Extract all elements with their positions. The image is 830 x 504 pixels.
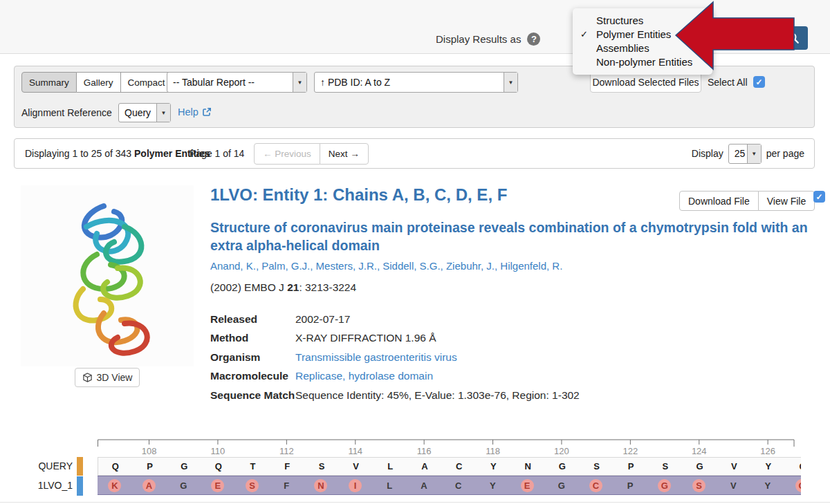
residue: Y [751, 458, 786, 475]
file-buttons: Download File View File [679, 191, 815, 211]
sequence-row-QUERY: QPGQTFSVLACYNGSPSGVYQ [98, 457, 801, 476]
menu-item-non-polymer-entities[interactable]: Non-polymer Entities [573, 55, 712, 69]
residue: A [407, 458, 442, 475]
mismatch-residue: E [211, 479, 224, 492]
results-summary: Displaying 1 to 25 of 343 Polymer Entiti… [25, 139, 210, 168]
svg-text:118: 118 [486, 446, 500, 456]
select-arrow-icon: ▼ [293, 73, 306, 92]
tab-compact[interactable]: Compact [121, 72, 173, 93]
tabular-report-select[interactable]: -- Tabular Report -- ▼ [167, 72, 307, 93]
sort-value: ↑ PDB ID: A to Z [315, 77, 504, 88]
tab-gallery[interactable]: Gallery [77, 72, 121, 93]
alignment-reference-select[interactable]: Query ▼ [118, 103, 171, 122]
meta-value: 2002-07-17 [295, 313, 350, 326]
residue: L [373, 476, 407, 494]
residue: Q [786, 458, 801, 475]
meta-row: MethodX-RAY DIFFRACTION 1.96 Å [210, 329, 580, 348]
residue: G [785, 476, 801, 494]
residue: S [235, 476, 270, 494]
residue: F [270, 458, 304, 475]
download-selected-button[interactable]: Download Selected Files [590, 72, 701, 93]
view-tabs: SummaryGalleryCompact [21, 72, 173, 93]
meta-label: Organism [210, 351, 295, 364]
meta-table: Released2002-07-17MethodX-RAY DIFFRACTIO… [210, 310, 580, 405]
residue: C [579, 476, 614, 494]
alignment-label-0: QUERY [28, 457, 73, 476]
meta-row: Sequence MatchSequence Identity: 45%, E-… [210, 386, 580, 405]
next-button[interactable]: Next → [320, 143, 369, 165]
meta-row: MacromoleculeReplicase, hydrolase domain [210, 367, 580, 386]
result-checkbox[interactable] [813, 191, 825, 203]
menu-item-label: Polymer Entities [596, 28, 671, 40]
view-3d-button[interactable]: 3D View [75, 368, 140, 387]
citation-volume: 21 [287, 281, 299, 293]
mismatch-residue: C [589, 479, 602, 492]
view-3d-label: 3D View [97, 372, 133, 383]
download-file-button[interactable]: Download File [679, 191, 759, 211]
results-toolbar: SummaryGalleryCompact -- Tabular Report … [14, 66, 815, 128]
residue: G [545, 458, 580, 475]
residue: I [338, 476, 373, 494]
checkmark-icon: ✓ [580, 28, 588, 41]
pager: ← Previous Next → [254, 143, 369, 165]
svg-text:108: 108 [142, 446, 157, 456]
tab-summary[interactable]: Summary [21, 72, 77, 93]
menu-item-polymer-entities[interactable]: ✓Polymer Entities [573, 28, 712, 41]
meta-row: Released2002-07-17 [210, 310, 580, 329]
residue: G [544, 476, 579, 494]
residue: S [648, 458, 683, 475]
residue: V [339, 458, 374, 475]
residue: N [510, 458, 545, 475]
display-label: Display [692, 148, 723, 159]
residue: Y [477, 458, 511, 475]
per-page-select[interactable]: 25 ▼ [728, 144, 762, 164]
view-file-button[interactable]: View File [758, 191, 815, 211]
menu-item-assemblies[interactable]: Assemblies [573, 41, 712, 55]
result-description[interactable]: Structure of coronavirus main proteinase… [210, 218, 823, 254]
residue: E [510, 476, 544, 494]
meta-label: Method [210, 332, 295, 344]
authors[interactable]: Anand, K., Palm, G.J., Mesters, J.R., Si… [210, 260, 562, 272]
svg-text:126: 126 [760, 446, 775, 456]
meta-value[interactable]: Transmissible gastroenteritis virus [295, 351, 457, 364]
residue: L [374, 458, 408, 475]
search-button[interactable] [779, 26, 808, 50]
alignment-ruler: 108110112114116118120122124126 [98, 439, 801, 457]
help-label: Help [178, 106, 199, 118]
topbar: Display Results as ? Structures✓Polymer … [0, 0, 830, 54]
citation-pages: : 3213-3224 [299, 281, 356, 293]
residue: G [166, 476, 201, 494]
svg-text:124: 124 [692, 446, 707, 456]
meta-label: Macromolecule [210, 370, 295, 382]
residue: P [133, 458, 167, 475]
residue: A [132, 476, 167, 494]
meta-row: OrganismTransmissible gastroenteritis vi… [210, 348, 580, 367]
residue: K [98, 476, 132, 494]
menu-item-label: Non-polymer Entities [596, 56, 692, 68]
mismatch-residue: G [795, 479, 801, 492]
mismatch-residue: S [692, 479, 706, 492]
results-summary-count: Displaying 1 to 25 of 343 [25, 148, 134, 159]
menu-item-structures[interactable]: Structures [573, 14, 712, 28]
protein-structure-image[interactable] [21, 185, 194, 366]
mismatch-residue: E [521, 479, 534, 492]
section-divider [0, 502, 830, 503]
alignment-label-1: 1LVO_1 [28, 476, 73, 495]
residue: N [304, 476, 338, 494]
select-all-checkbox[interactable] [753, 76, 765, 88]
help-link[interactable]: Help [178, 106, 212, 118]
previous-button[interactable]: ← Previous [254, 143, 320, 165]
result-title[interactable]: 1LVO: Entity 1: Chains A, B, C, D, E, F [210, 185, 507, 205]
tabular-report-value: -- Tabular Report -- [167, 77, 293, 88]
display-results-label: Display Results as [436, 33, 521, 45]
sort-select[interactable]: ↑ PDB ID: A to Z ▼ [314, 72, 518, 93]
svg-text:122: 122 [622, 446, 638, 456]
svg-text:114: 114 [348, 446, 362, 456]
select-arrow-icon: ▼ [747, 144, 761, 163]
query-color-bar [77, 457, 83, 476]
mismatch-residue: G [658, 479, 671, 492]
question-circle-icon[interactable]: ? [527, 32, 540, 46]
residue: Y [476, 476, 510, 494]
meta-value[interactable]: Replicase, hydrolase domain [295, 370, 433, 382]
meta-label: Sequence Match [210, 389, 295, 402]
